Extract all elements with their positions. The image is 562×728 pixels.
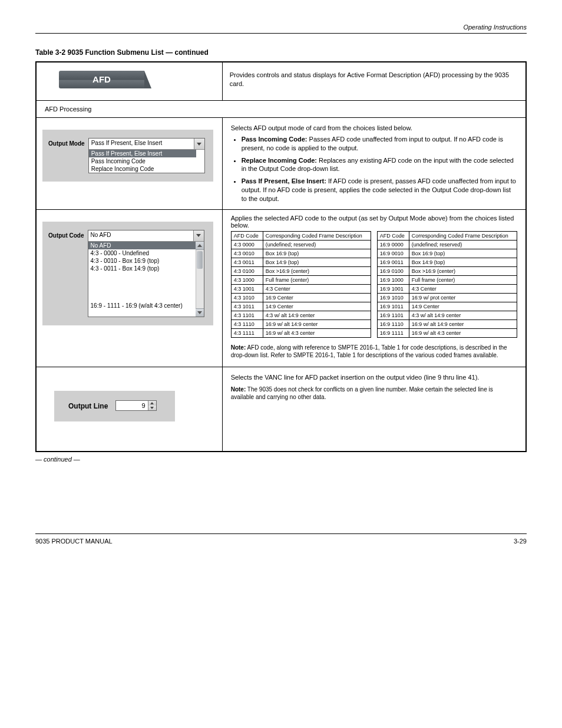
header-rule [35, 33, 527, 34]
continued-marker: — continued — [35, 456, 527, 463]
output-line-panel: Output Line [54, 391, 175, 421]
output-line-note: Note: The 9035 does not check for confli… [223, 382, 525, 409]
combo-option[interactable]: Pass Incoming Code [89, 157, 196, 165]
output-mode-description: Selects AFD output mode of card from the… [223, 118, 525, 203]
output-code-value: No AFD [88, 230, 193, 241]
output-line-input[interactable] [116, 401, 148, 410]
combo-option[interactable]: 16:9 - 1111 - 16:9 (w/alt 4:3 center) [88, 302, 196, 309]
output-line-spinner[interactable] [115, 400, 157, 411]
afd-codes-table: AFD CodeCorresponding Coded Frame Descri… [231, 231, 517, 338]
spinner-up-button[interactable] [148, 401, 156, 406]
scrollbar[interactable] [196, 242, 204, 317]
output-code-label: Output Code [48, 230, 84, 239]
footer-rule [35, 533, 527, 534]
combo-option[interactable]: Pass If Present, Else Insert [89, 150, 196, 157]
combo-option[interactable]: 4:3 - 0010 - Box 16:9 (top) [88, 257, 196, 265]
afd-description: Provides controls and status displays fo… [223, 62, 525, 97]
chevron-down-icon [196, 234, 201, 237]
dropdown-button[interactable] [193, 230, 204, 241]
combo-option[interactable]: 4:3 - 0000 - Undefined [88, 249, 196, 257]
footer-page-number: 3-29 [514, 538, 527, 545]
output-mode-value: Pass If Present, Else Insert [89, 139, 194, 149]
spinner-down-button[interactable] [148, 406, 156, 410]
scroll-thumb[interactable] [197, 251, 203, 269]
chevron-down-icon [150, 407, 154, 409]
combo-option[interactable]: 4:3 - 0011 - Box 14:9 (top) [88, 265, 196, 272]
output-code-combo[interactable]: No AFD [88, 230, 204, 317]
output-mode-combo[interactable]: Pass If Present, Else Insert Pass If Pre… [88, 138, 205, 173]
output-mode-panel: Output Mode Pass If Present, Else Insert… [42, 130, 213, 182]
chevron-up-icon [197, 244, 202, 247]
footer-left: 9035 PRODUCT MANUAL [35, 538, 113, 545]
function-submenu-table: AFD Provides controls and status display… [35, 61, 527, 452]
chevron-down-icon [197, 143, 201, 146]
table-caption: Table 3-2 9035 Function Submenu List — c… [35, 48, 527, 57]
dropdown-button[interactable] [194, 139, 204, 149]
chevron-up-icon [150, 402, 154, 404]
output-code-note: Note: AFD code, along with reference to … [223, 340, 525, 367]
afd-processing-heading: AFD Processing [36, 101, 526, 118]
output-code-description: Applies the selected AFD code to the out… [223, 210, 525, 231]
scroll-up-button[interactable] [196, 242, 204, 250]
output-line-description: Selects the VANC line for AFD packet ins… [223, 367, 525, 382]
output-line-label: Output Line [68, 402, 108, 410]
scroll-down-button[interactable] [196, 308, 204, 317]
output-mode-label: Output Mode [48, 138, 85, 147]
chevron-down-icon [197, 311, 202, 314]
combo-option[interactable]: No AFD [88, 242, 196, 249]
page-header-right: Operating Instructions [35, 24, 527, 31]
combo-option[interactable]: Replace Incoming Code [89, 165, 196, 173]
afd-tab[interactable]: AFD [59, 71, 144, 88]
output-code-panel: Output Code No AFD [42, 222, 213, 325]
